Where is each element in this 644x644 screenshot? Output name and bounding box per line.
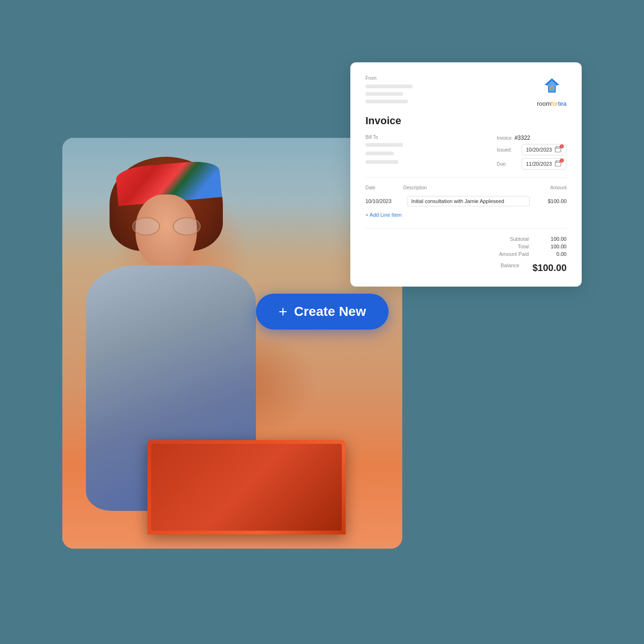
bill-to-label: Bill To	[365, 135, 403, 140]
from-section: From	[365, 76, 413, 103]
amount-paid-value: 0.00	[538, 251, 567, 257]
line-item-description[interactable]	[407, 196, 530, 206]
issued-row: Issued: 10/20/2023 3	[497, 144, 567, 155]
scene: From roomfortea Invoice Bill To	[62, 62, 582, 582]
due-calendar-icon: 5	[555, 160, 562, 168]
logo-area: roomfortea	[537, 76, 567, 107]
due-label: Due:	[497, 161, 518, 167]
create-new-label: Create New	[294, 304, 366, 319]
total-row: Total 100.00	[365, 244, 567, 249]
total-value: 100.00	[538, 244, 567, 249]
skeleton-bt-2	[365, 152, 394, 155]
plus-icon: +	[279, 304, 288, 319]
invoice-number-row: Invoice #3322	[497, 135, 567, 141]
table-header: Date Description Amount	[365, 185, 567, 193]
amount-paid-row: Amount Paid 0.00	[365, 251, 567, 257]
col-header-amount: Amount	[534, 185, 567, 190]
total-label: Total	[482, 244, 529, 249]
issued-calendar-badge: 3	[560, 144, 564, 148]
skeleton-from-3	[365, 100, 408, 103]
invoice-totals: Subtotal 100.00 Total 100.00 Amount Paid…	[365, 236, 567, 273]
laptop-screen	[151, 444, 342, 531]
due-date-value: 11/20/2023	[526, 161, 552, 167]
issued-label: Issued:	[497, 147, 518, 153]
add-line-item-button[interactable]: + Add Line Item	[365, 209, 567, 220]
create-new-button[interactable]: + Create New	[256, 294, 389, 330]
add-line-item-label: + Add Line Item	[365, 212, 402, 218]
invoice-card: From roomfortea Invoice Bill To	[350, 62, 582, 287]
invoice-num-label: Invoice	[497, 136, 512, 141]
balance-value: $100.00	[529, 263, 567, 273]
skeleton-bt-3	[365, 160, 398, 164]
invoice-title: Invoice	[365, 115, 567, 127]
subtotal-label: Subtotal	[482, 236, 529, 242]
line-item-date: 10/10/2023	[365, 198, 403, 204]
laptop	[147, 440, 346, 534]
issued-date-input[interactable]: 10/20/2023 3	[522, 144, 567, 155]
divider-2	[365, 228, 567, 229]
logo-text: roomfortea	[537, 100, 567, 107]
invoice-details-section: Invoice #3322 Issued: 10/20/2023	[497, 135, 567, 169]
skeleton-bt-1	[365, 143, 403, 147]
due-row: Due: 11/20/2023 5	[497, 158, 567, 169]
bill-to-section: Bill To	[365, 135, 403, 164]
amount-paid-label: Amount Paid	[482, 251, 529, 257]
skeleton-from-2	[365, 92, 403, 96]
issued-date-value: 10/20/2023	[526, 147, 552, 153]
invoice-header: From roomfortea	[365, 76, 567, 107]
balance-row: Balance $100.00	[365, 263, 567, 273]
invoice-number-value: #3322	[515, 135, 530, 141]
from-label: From	[365, 76, 413, 81]
invoice-meta-row: Bill To Invoice #3322 Issued: 10/20/2023	[365, 135, 567, 169]
line-item-row: 10/10/2023 $100.00	[365, 193, 567, 209]
due-date-input[interactable]: 11/20/2023 5	[522, 158, 567, 169]
divider-1	[365, 177, 567, 178]
calendar-icon: 3	[555, 146, 562, 153]
skeleton-from-1	[365, 85, 413, 88]
col-header-description: Description	[403, 185, 534, 190]
logo-icon	[541, 76, 563, 98]
subtotal-row: Subtotal 100.00	[365, 236, 567, 242]
due-calendar-badge: 5	[560, 159, 564, 162]
subtotal-value: 100.00	[538, 236, 567, 242]
line-item-amount: $100.00	[534, 198, 567, 204]
col-header-date: Date	[365, 185, 403, 190]
balance-label: Balance	[472, 263, 519, 273]
